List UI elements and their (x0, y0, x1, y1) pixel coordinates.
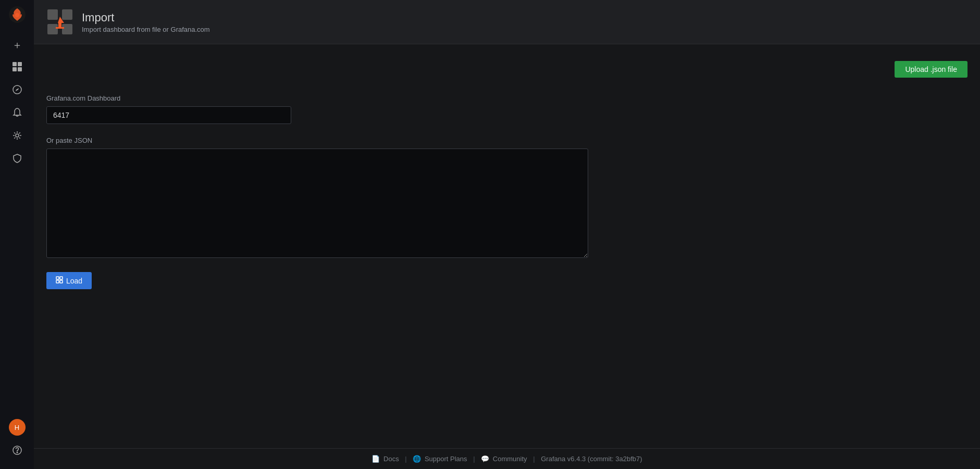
page-footer: 📄 Docs | 🌐 Support Plans | 💬 Community |… (34, 448, 980, 469)
svg-rect-12 (62, 9, 72, 20)
svg-rect-18 (56, 277, 59, 279)
user-avatar[interactable]: H (9, 419, 26, 436)
paste-json-label: Or paste JSON (46, 137, 474, 144)
svg-rect-4 (13, 67, 17, 71)
page-title: Import (82, 10, 210, 26)
footer-support-link[interactable]: Support Plans (425, 455, 467, 463)
upload-json-button[interactable]: Upload .json file (895, 61, 967, 78)
load-label: Load (66, 277, 82, 285)
content-area: Upload .json file Grafana.com Dashboard … (34, 44, 980, 448)
import-form: Grafana.com Dashboard Or paste JSON (46, 94, 474, 289)
compass-icon (12, 84, 22, 97)
footer-community-link[interactable]: Community (493, 455, 527, 463)
paste-json-textarea[interactable] (46, 149, 588, 258)
svg-rect-19 (60, 277, 63, 279)
page-title-group: Import Import dashboard from file or Gra… (82, 10, 210, 33)
svg-point-1 (15, 13, 19, 17)
footer-docs-link[interactable]: Docs (383, 455, 399, 463)
help-icon (12, 445, 22, 458)
sidebar-item-configuration[interactable] (0, 125, 34, 148)
plus-icon: ＋ (12, 38, 22, 52)
page-header: Import Import dashboard from file or Gra… (34, 0, 980, 44)
svg-rect-17 (56, 27, 64, 29)
svg-rect-2 (13, 62, 17, 66)
load-icon (56, 276, 63, 285)
sidebar: ＋ (0, 0, 34, 469)
apps-icon (12, 61, 22, 75)
sidebar-item-help[interactable] (0, 440, 34, 463)
footer-sep-3: | (533, 455, 535, 463)
grafana-dashboard-label: Grafana.com Dashboard (46, 94, 474, 102)
import-icon-container (46, 8, 73, 35)
bell-icon (12, 107, 22, 120)
footer-docs-icon: 📄 (371, 455, 380, 463)
footer-sep-1: | (405, 455, 406, 463)
sidebar-item-shield[interactable] (0, 148, 34, 171)
main-content: Import Import dashboard from file or Gra… (34, 0, 980, 469)
sidebar-item-create[interactable]: ＋ (0, 33, 34, 56)
sidebar-item-dashboards[interactable] (0, 56, 34, 79)
footer-support-icon: 🌐 (413, 455, 421, 463)
sidebar-item-alerting[interactable] (0, 102, 34, 125)
svg-rect-14 (62, 24, 72, 34)
load-btn-container: Load (46, 272, 474, 289)
svg-rect-13 (47, 24, 58, 34)
svg-rect-3 (18, 62, 22, 66)
footer-version: Grafana v6.4.3 (commit: 3a2bfb7) (541, 455, 642, 463)
svg-rect-11 (47, 9, 58, 20)
upload-btn-container: Upload .json file (46, 61, 967, 78)
load-button[interactable]: Load (46, 272, 92, 289)
svg-point-8 (16, 134, 19, 137)
footer-sep-2: | (473, 455, 475, 463)
svg-marker-7 (16, 88, 19, 91)
svg-rect-5 (18, 67, 22, 71)
cog-icon (12, 130, 22, 143)
grafana-dashboard-input[interactable] (46, 106, 291, 124)
svg-rect-21 (60, 280, 63, 283)
svg-point-10 (17, 452, 18, 453)
svg-rect-20 (56, 280, 59, 283)
paste-json-group: Or paste JSON (46, 137, 474, 260)
sidebar-item-explore[interactable] (0, 79, 34, 102)
shield-icon (12, 153, 22, 166)
grafana-logo[interactable] (7, 4, 28, 25)
footer-community-icon: 💬 (481, 455, 489, 463)
page-subtitle: Import dashboard from file or Grafana.co… (82, 26, 210, 33)
grafana-dashboard-group: Grafana.com Dashboard (46, 94, 474, 124)
